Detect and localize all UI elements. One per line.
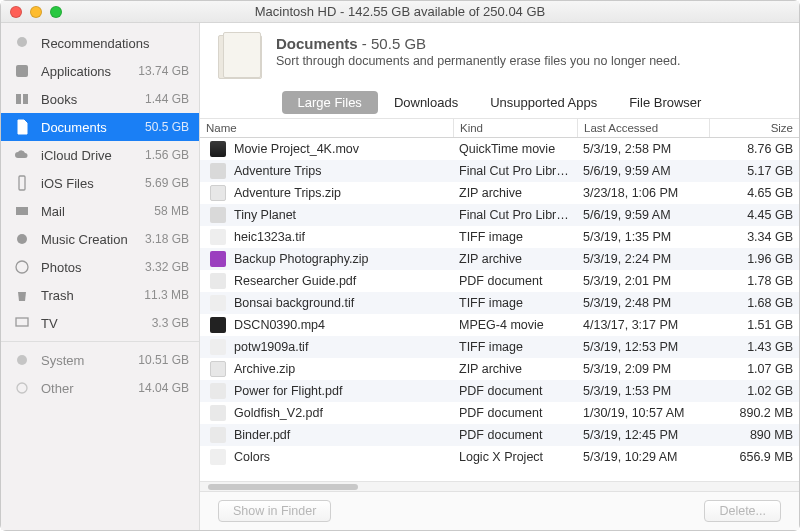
sidebar-item-label: Mail [41,204,154,219]
sidebar-item-photos[interactable]: Photos 3.32 GB [1,253,199,281]
document-icon [13,118,31,136]
sidebar-item-documents[interactable]: Documents 50.5 GB [1,113,199,141]
sidebar-item-trash[interactable]: Trash 11.3 MB [1,281,199,309]
sidebar-item-size: 10.51 GB [138,353,189,367]
sidebar-item-label: Music Creation [41,232,145,247]
file-size: 4.65 GB [709,183,799,203]
sidebar-item-label: iCloud Drive [41,148,145,163]
column-last-accessed[interactable]: Last Accessed [577,119,709,137]
category-header: Documents - 50.5 GB Sort through documen… [200,23,799,87]
file-name: Tiny Planet [234,208,296,222]
file-size: 1.78 GB [709,271,799,291]
sidebar-item-size: 1.56 GB [145,148,189,162]
file-kind: PDF document [453,403,577,423]
file-name: Binder.pdf [234,428,290,442]
table-row[interactable]: Power for Flight.pdfPDF document5/3/19, … [200,380,799,402]
tab-large-files[interactable]: Large Files [282,91,378,114]
file-size: 4.45 GB [709,205,799,225]
svg-point-7 [17,355,27,365]
table-row[interactable]: Goldfish_V2.pdfPDF document1/30/19, 10:5… [200,402,799,424]
sidebar-item-books[interactable]: Books 1.44 GB [1,85,199,113]
tab-downloads[interactable]: Downloads [378,91,474,114]
svg-rect-3 [16,207,28,215]
sidebar-divider [1,341,199,342]
sidebar-item-recommendations[interactable]: Recommendations [1,29,199,57]
show-in-finder-button[interactable]: Show in Finder [218,500,331,522]
file-last-accessed: 1/30/19, 10:57 AM [577,403,709,423]
column-kind[interactable]: Kind [453,119,577,137]
gear-icon [13,351,31,369]
file-last-accessed: 5/3/19, 10:29 AM [577,447,709,467]
table-row[interactable]: Adventure Trips.zipZIP archive3/23/18, 1… [200,182,799,204]
file-last-accessed: 5/3/19, 2:24 PM [577,249,709,269]
file-name: DSCN0390.mp4 [234,318,325,332]
column-size[interactable]: Size [709,119,799,137]
file-size: 890.2 MB [709,403,799,423]
file-icon [210,383,226,399]
file-last-accessed: 5/3/19, 12:45 PM [577,425,709,445]
tab-unsupported-apps[interactable]: Unsupported Apps [474,91,613,114]
file-kind: Final Cut Pro Libra... [453,205,577,225]
file-icon [210,339,226,355]
file-last-accessed: 5/3/19, 2:01 PM [577,271,709,291]
file-icon [210,405,226,421]
sidebar-item-tv[interactable]: TV 3.3 GB [1,309,199,337]
tab-file-browser[interactable]: File Browser [613,91,717,114]
sidebar-item-icloud-drive[interactable]: iCloud Drive 1.56 GB [1,141,199,169]
svg-rect-2 [19,176,25,190]
horizontal-scrollbar[interactable] [200,481,799,491]
sidebar-item-system[interactable]: System 10.51 GB [1,346,199,374]
tabs: Large Files Downloads Unsupported Apps F… [200,91,799,114]
delete-button[interactable]: Delete... [704,500,781,522]
apps-icon [13,62,31,80]
table-row[interactable]: Adventure TripsFinal Cut Pro Libra...5/6… [200,160,799,182]
zoom-icon[interactable] [50,6,62,18]
sidebar-item-size: 14.04 GB [138,381,189,395]
file-kind: TIFF image [453,293,577,313]
table-row[interactable]: potw1909a.tifTIFF image5/3/19, 12:53 PM1… [200,336,799,358]
file-icon [210,361,226,377]
body: Recommendations Applications 13.74 GB Bo… [1,23,799,530]
file-name: Movie Project_4K.mov [234,142,359,156]
file-last-accessed: 5/3/19, 2:58 PM [577,139,709,159]
table-row[interactable]: Archive.zipZIP archive5/3/19, 2:09 PM1.0… [200,358,799,380]
table-row[interactable]: Backup Photography.zipZIP archive5/3/19,… [200,248,799,270]
table-row[interactable]: Researcher Guide.pdfPDF document5/3/19, … [200,270,799,292]
sidebar-item-size: 13.74 GB [138,64,189,78]
table-row[interactable]: heic1323a.tifTIFF image5/3/19, 1:35 PM3.… [200,226,799,248]
titlebar[interactable]: Macintosh HD - 142.55 GB available of 25… [1,1,799,23]
lightbulb-icon [13,34,31,52]
file-icon [210,163,226,179]
file-icon [210,141,226,157]
file-icon [210,317,226,333]
table-row[interactable]: ColorsLogic X Project5/3/19, 10:29 AM656… [200,446,799,468]
table-row[interactable]: Tiny PlanetFinal Cut Pro Libra...5/6/19,… [200,204,799,226]
main-panel: Documents - 50.5 GB Sort through documen… [200,23,799,530]
sidebar-item-label: iOS Files [41,176,145,191]
column-name[interactable]: Name [200,119,453,137]
sidebar-item-music-creation[interactable]: Music Creation 3.18 GB [1,225,199,253]
sidebar-item-ios-files[interactable]: iOS Files 5.69 GB [1,169,199,197]
table-row[interactable]: Movie Project_4K.movQuickTime movie5/3/1… [200,138,799,160]
minimize-icon[interactable] [30,6,42,18]
file-kind: PDF document [453,425,577,445]
sidebar-item-label: Books [41,92,145,107]
file-name: Adventure Trips [234,164,322,178]
file-last-accessed: 5/3/19, 12:53 PM [577,337,709,357]
sidebar-item-other[interactable]: Other 14.04 GB [1,374,199,402]
table-row[interactable]: Bonsai background.tifTIFF image5/3/19, 2… [200,292,799,314]
file-last-accessed: 5/3/19, 1:35 PM [577,227,709,247]
file-name: potw1909a.tif [234,340,308,354]
table-row[interactable]: Binder.pdfPDF document5/3/19, 12:45 PM89… [200,424,799,446]
table-row[interactable]: DSCN0390.mp4MPEG-4 movie4/13/17, 3:17 PM… [200,314,799,336]
file-kind: ZIP archive [453,183,577,203]
svg-point-4 [17,234,27,244]
svg-point-8 [17,383,27,393]
sidebar-item-mail[interactable]: Mail 58 MB [1,197,199,225]
sidebar-item-label: Recommendations [41,36,189,51]
photos-icon [13,258,31,276]
close-icon[interactable] [10,6,22,18]
header-title: Documents - 50.5 GB [276,35,680,52]
sidebar-item-applications[interactable]: Applications 13.74 GB [1,57,199,85]
sidebar-item-size: 3.18 GB [145,232,189,246]
